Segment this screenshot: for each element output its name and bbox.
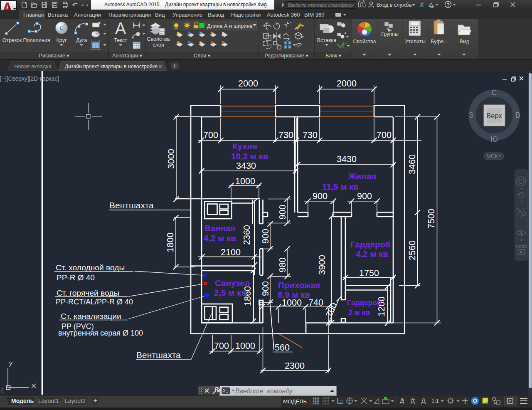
svg-text:740: 740 — [308, 298, 323, 308]
svg-text:Буфе...: Буфе... — [431, 39, 448, 44]
svg-text:Layout2: Layout2 — [65, 398, 86, 404]
svg-text:Гардероб: Гардероб — [347, 299, 382, 307]
svg-text:PP-RCT/AL/PP-R Ø 40: PP-RCT/AL/PP-R Ø 40 — [56, 298, 133, 306]
svg-text:Свойства: Свойства — [147, 36, 170, 42]
svg-text:X: X — [419, 1, 424, 8]
svg-text:4,2 м кв: 4,2 м кв — [204, 233, 236, 243]
svg-text:3000: 3000 — [166, 149, 176, 169]
svg-text:Полилиния: Полилиния — [23, 37, 50, 43]
svg-text:Гардероб: Гардероб — [350, 240, 391, 249]
svg-text:Ст. канализации: Ст. канализации — [61, 312, 121, 321]
svg-text:Жилая: Жилая — [348, 171, 377, 181]
svg-text:З: З — [469, 111, 473, 119]
svg-text:МСК: МСК — [486, 153, 498, 159]
svg-text:Дизайн проект квартиры в новос: Дизайн проект квартиры в новостройке — [65, 64, 158, 69]
svg-text:Верх: Верх — [486, 112, 502, 119]
svg-text:Вход в службы: Вход в службы — [377, 2, 412, 8]
svg-text:11,5 м кв: 11,5 м кв — [322, 182, 359, 191]
svg-text:МОДЕЛЬ: МОДЕЛЬ — [283, 398, 307, 405]
svg-text:1000: 1000 — [235, 341, 255, 351]
svg-text:3900: 3900 — [317, 255, 327, 275]
svg-text:⟨: ⟨ — [1, 387, 3, 394]
svg-text:Группы: Группы — [381, 31, 399, 37]
svg-text:980: 980 — [278, 257, 288, 272]
svg-text:Отрезок: Отрезок — [2, 37, 22, 43]
svg-text:Свойства: Свойства — [353, 39, 376, 44]
svg-text:Layout1: Layout1 — [38, 398, 59, 404]
svg-text:1000: 1000 — [235, 176, 255, 186]
svg-text:Длина А и ширина: Длина А и ширина — [207, 23, 253, 29]
svg-text:900: 900 — [278, 205, 288, 220]
svg-text:2000: 2000 — [337, 79, 357, 89]
svg-text:3430: 3430 — [236, 161, 256, 171]
svg-text:700: 700 — [377, 130, 392, 140]
svg-text:Круг: Круг — [57, 37, 67, 43]
svg-text:700: 700 — [203, 130, 218, 140]
svg-text:PP-R Ø 40: PP-R Ø 40 — [57, 273, 95, 282]
svg-text:900: 900 — [261, 281, 271, 296]
svg-text:1800: 1800 — [165, 232, 175, 252]
svg-text:10,2 м кв: 10,2 м кв — [231, 151, 268, 161]
svg-text:900: 900 — [357, 191, 372, 201]
svg-text:слоя: слоя — [153, 42, 164, 48]
svg-text:2,5 м кв: 2,5 м кв — [214, 288, 246, 297]
svg-text:Ю: Ю — [490, 135, 498, 143]
svg-text:В: В — [515, 111, 520, 119]
svg-text:Кухня: Кухня — [232, 141, 257, 151]
svg-text:560: 560 — [275, 343, 290, 353]
svg-text:8,9 м кв: 8,9 м кв — [278, 290, 310, 299]
svg-text:A: A — [115, 19, 126, 37]
svg-text:Вставка: Вставка — [317, 37, 337, 43]
svg-text:700: 700 — [214, 341, 229, 351]
svg-text:внутренняя серая Ø 100: внутренняя серая Ø 100 — [58, 329, 143, 337]
svg-text:Ванная: Ванная — [204, 223, 235, 233]
svg-text:2 м кв: 2 м кв — [348, 309, 370, 317]
svg-text:?: ? — [447, 2, 450, 8]
svg-text:Текст: Текст — [114, 37, 127, 43]
svg-text:7500: 7500 — [426, 209, 436, 229]
svg-text:Вентшахта: Вентшахта — [136, 350, 181, 360]
svg-text:3460: 3460 — [407, 154, 417, 174]
svg-text:2360: 2360 — [242, 225, 252, 245]
svg-text:730: 730 — [278, 130, 293, 140]
svg-text:2100: 2100 — [221, 247, 241, 257]
svg-text:900: 900 — [313, 191, 328, 201]
svg-text:4,2 м кв: 4,2 м кв — [356, 249, 388, 259]
svg-text:Вид: Вид — [460, 39, 469, 44]
svg-text:Санузел: Санузел — [215, 278, 250, 288]
svg-text:2000: 2000 — [238, 79, 258, 89]
svg-text:730: 730 — [303, 130, 318, 140]
svg-text:Дуга: Дуга — [76, 37, 87, 43]
svg-text:Новая вкладка: Новая вкладка — [14, 63, 52, 69]
svg-text:Вентшахта: Вентшахта — [109, 200, 154, 210]
svg-text:1750: 1750 — [359, 268, 379, 278]
svg-text:Утилиты: Утилиты — [405, 39, 426, 44]
svg-text:2560: 2560 — [407, 240, 417, 260]
svg-text:С: С — [492, 89, 497, 97]
svg-text:2300: 2300 — [285, 361, 305, 371]
svg-text:1:1: 1:1 — [431, 398, 439, 404]
svg-text:900: 900 — [261, 229, 271, 244]
svg-text:Модель: Модель — [11, 398, 34, 404]
svg-text:Ст. холодной воды: Ст. холодной воды — [56, 263, 125, 272]
svg-text:Ст. горячей воды: Ст. горячей воды — [57, 289, 119, 297]
svg-text:Введите команду: Введите команду — [235, 388, 293, 395]
svg-text:3430: 3430 — [337, 154, 357, 164]
svg-text:[−][Сверху][2D-каркас]: [−][Сверху][2D-каркас] — [0, 76, 59, 82]
svg-text:Прихожая: Прихожая — [278, 280, 320, 290]
